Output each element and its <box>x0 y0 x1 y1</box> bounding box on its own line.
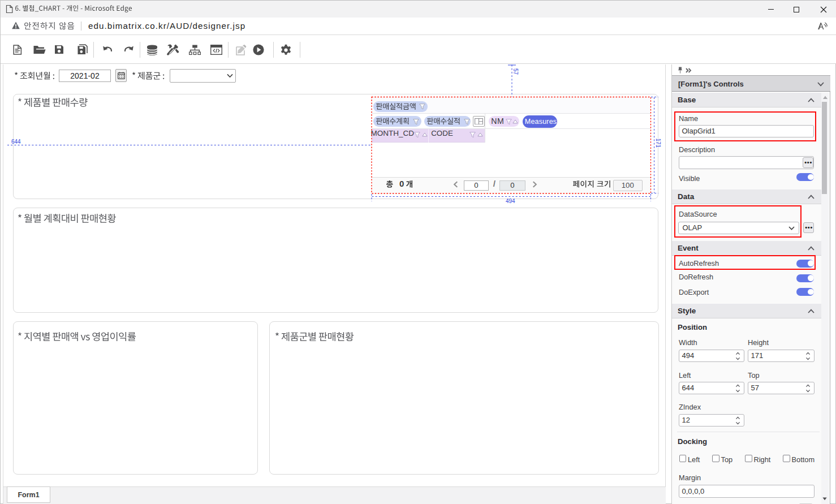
svg-text:494: 494 <box>506 198 515 204</box>
svg-text:57: 57 <box>512 68 519 75</box>
svg-text:171: 171 <box>655 139 661 148</box>
svg-text:644: 644 <box>11 139 21 145</box>
